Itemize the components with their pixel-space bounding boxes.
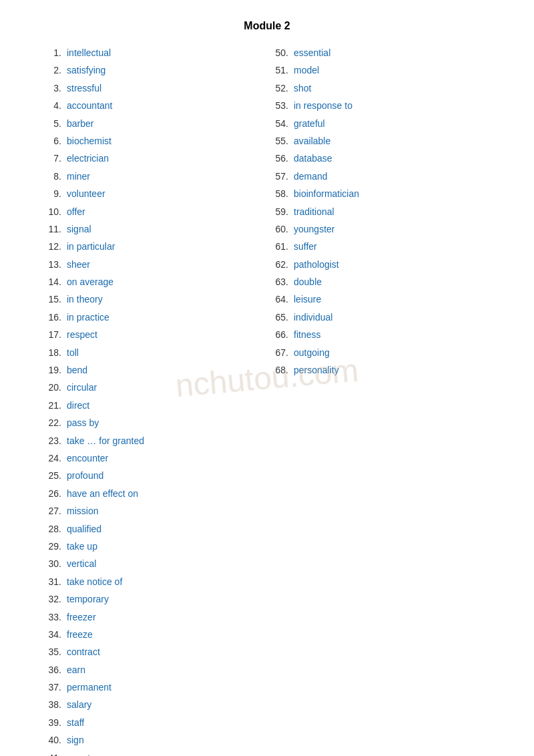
page-title: Module 2 bbox=[40, 20, 494, 32]
list-item: 32.temporary bbox=[40, 592, 267, 606]
item-number: 18. bbox=[40, 345, 67, 360]
item-number: 7. bbox=[40, 151, 67, 166]
item-number: 37. bbox=[40, 680, 67, 695]
item-text: traditional bbox=[294, 204, 334, 219]
item-text: toll bbox=[67, 345, 79, 360]
item-text: shot bbox=[294, 81, 311, 96]
item-number: 27. bbox=[40, 504, 67, 518]
item-text: respect bbox=[67, 327, 97, 342]
item-text: miner bbox=[67, 169, 90, 184]
list-item: 65.individual bbox=[267, 310, 494, 325]
item-text: bend bbox=[67, 363, 87, 377]
item-number: 32. bbox=[40, 592, 67, 606]
item-text: electrician bbox=[67, 151, 109, 166]
item-number: 62. bbox=[267, 257, 294, 272]
item-number: 67. bbox=[267, 345, 294, 360]
item-text: freezer bbox=[67, 610, 96, 624]
item-text: permanent bbox=[67, 680, 111, 695]
list-item: 12.in particular bbox=[40, 239, 267, 254]
item-number: 34. bbox=[40, 627, 67, 642]
item-text: pathologist bbox=[294, 257, 339, 272]
item-number: 4. bbox=[40, 98, 67, 113]
list-item: 52.shot bbox=[267, 81, 494, 96]
item-text: biochemist bbox=[67, 134, 111, 148]
item-number: 5. bbox=[40, 116, 67, 131]
item-text: essential bbox=[294, 45, 330, 60]
item-number: 26. bbox=[40, 486, 67, 501]
item-number: 56. bbox=[267, 151, 294, 166]
list-item: 25.profound bbox=[40, 468, 267, 483]
item-number: 20. bbox=[40, 380, 67, 395]
item-number: 24. bbox=[40, 451, 67, 465]
list-item: 35.contract bbox=[40, 644, 267, 659]
list-item: 50.essential bbox=[267, 45, 494, 60]
list-item: 15.in theory bbox=[40, 292, 267, 307]
list-item: 55.available bbox=[267, 134, 494, 148]
item-number: 36. bbox=[40, 663, 67, 677]
item-text: satisfying bbox=[67, 63, 105, 77]
item-text: accountant bbox=[67, 98, 113, 113]
item-number: 22. bbox=[40, 415, 67, 430]
list-item: 56.database bbox=[267, 151, 494, 166]
item-number: 3. bbox=[40, 81, 67, 96]
item-number: 55. bbox=[267, 134, 294, 148]
list-item: 11.signal bbox=[40, 222, 267, 236]
item-text: bioinformatician bbox=[294, 186, 359, 201]
list-item: 40.sign bbox=[40, 733, 267, 747]
item-number: 6. bbox=[40, 134, 67, 148]
item-text: suffer bbox=[294, 239, 317, 254]
list-item: 27.mission bbox=[40, 504, 267, 518]
list-item: 28.qualified bbox=[40, 522, 267, 536]
list-item: 16.in practice bbox=[40, 310, 267, 325]
list-item: 26.have an effect on bbox=[40, 486, 267, 501]
item-number: 13. bbox=[40, 257, 67, 272]
list-item: 66.fitness bbox=[267, 327, 494, 342]
item-number: 30. bbox=[40, 556, 67, 571]
item-number: 68. bbox=[267, 363, 294, 377]
item-text: barber bbox=[67, 116, 93, 131]
item-number: 10. bbox=[40, 204, 67, 219]
item-text: earn bbox=[67, 663, 85, 677]
list-item: 30.vertical bbox=[40, 556, 267, 571]
item-number: 57. bbox=[267, 169, 294, 184]
item-number: 28. bbox=[40, 522, 67, 536]
list-item: 1.intellectual bbox=[40, 45, 267, 60]
list-item: 63.double bbox=[267, 274, 494, 289]
item-number: 35. bbox=[40, 644, 67, 659]
list-item: 59.traditional bbox=[267, 204, 494, 219]
item-number: 50. bbox=[267, 45, 294, 60]
list-item: 9.volunteer bbox=[40, 186, 267, 201]
item-text: model bbox=[294, 63, 319, 77]
item-number: 38. bbox=[40, 697, 67, 712]
list-item: 53.in response to bbox=[267, 98, 494, 113]
list-item: 3.stressful bbox=[40, 81, 267, 96]
item-text: temporary bbox=[67, 592, 109, 606]
item-number: 33. bbox=[40, 610, 67, 624]
list-item: 18.toll bbox=[40, 345, 267, 360]
list-item: 5.barber bbox=[40, 116, 267, 131]
item-number: 15. bbox=[40, 292, 67, 307]
list-item: 13.sheer bbox=[40, 257, 267, 272]
list-item: 23.take … for granted bbox=[40, 433, 267, 448]
item-text: signal bbox=[67, 222, 91, 236]
item-text: in practice bbox=[67, 310, 109, 325]
item-number: 52. bbox=[267, 81, 294, 96]
item-text: vertical bbox=[67, 556, 96, 571]
list-item: 17.respect bbox=[40, 327, 267, 342]
item-number: 19. bbox=[40, 363, 67, 377]
item-number: 40. bbox=[40, 733, 67, 747]
right-column: 50.essential51.model52.shot53.in respons… bbox=[267, 45, 494, 756]
item-number: 12. bbox=[40, 239, 67, 254]
item-text: available bbox=[294, 134, 330, 148]
item-text: qualified bbox=[67, 522, 101, 536]
item-text: demand bbox=[294, 169, 328, 184]
list-item: 7.electrician bbox=[40, 151, 267, 166]
list-item: 24.encounter bbox=[40, 451, 267, 465]
list-item: 36.earn bbox=[40, 663, 267, 677]
list-item: 22.pass by bbox=[40, 415, 267, 430]
item-text: staff bbox=[67, 715, 84, 730]
item-text: volunteer bbox=[67, 186, 105, 201]
item-number: 8. bbox=[40, 169, 67, 184]
list-item: 20.circular bbox=[40, 380, 267, 395]
item-text: fitness bbox=[294, 327, 320, 342]
